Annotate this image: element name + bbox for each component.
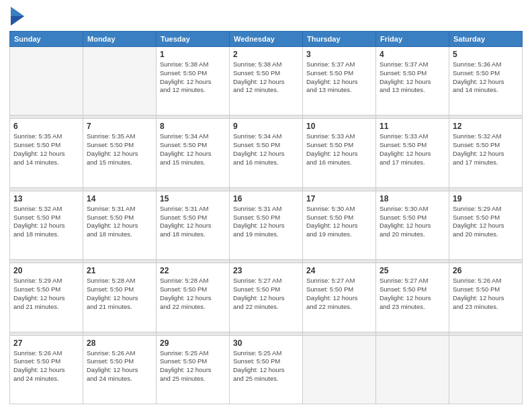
day-info: Sunrise: 5:29 AM Sunset: 5:50 PM Dayligh… (453, 205, 519, 239)
day-number: 20 (13, 266, 79, 275)
day-info: Sunrise: 5:32 AM Sunset: 5:50 PM Dayligh… (13, 205, 79, 239)
calendar-cell: 7Sunrise: 5:35 AM Sunset: 5:50 PM Daylig… (83, 119, 157, 187)
calendar-cell (449, 335, 523, 404)
day-number: 21 (87, 266, 152, 275)
calendar-cell: 18Sunrise: 5:30 AM Sunset: 5:50 PM Dayli… (376, 191, 449, 259)
day-number: 27 (13, 338, 79, 348)
calendar-cell: 22Sunrise: 5:28 AM Sunset: 5:50 PM Dayli… (157, 263, 230, 332)
calendar-cell: 28Sunrise: 5:26 AM Sunset: 5:50 PM Dayli… (83, 335, 157, 404)
calendar-table: SundayMondayTuesdayWednesdayThursdayFrid… (9, 31, 523, 404)
day-number: 7 (87, 122, 152, 131)
calendar-cell: 23Sunrise: 5:27 AM Sunset: 5:50 PM Dayli… (230, 263, 303, 332)
calendar-cell: 13Sunrise: 5:32 AM Sunset: 5:50 PM Dayli… (10, 191, 83, 259)
calendar-cell: 20Sunrise: 5:29 AM Sunset: 5:50 PM Dayli… (10, 263, 83, 332)
weekday-header: Friday (376, 32, 449, 47)
day-info: Sunrise: 5:35 AM Sunset: 5:50 PM Dayligh… (87, 132, 152, 167)
day-number: 22 (160, 266, 226, 275)
day-info: Sunrise: 5:31 AM Sunset: 5:50 PM Dayligh… (87, 205, 152, 239)
day-info: Sunrise: 5:30 AM Sunset: 5:50 PM Dayligh… (306, 205, 372, 239)
calendar-cell: 5Sunrise: 5:36 AM Sunset: 5:50 PM Daylig… (449, 47, 523, 116)
day-info: Sunrise: 5:25 AM Sunset: 5:50 PM Dayligh… (160, 349, 226, 383)
calendar-cell: 27Sunrise: 5:26 AM Sunset: 5:50 PM Dayli… (10, 335, 83, 404)
calendar-cell: 8Sunrise: 5:34 AM Sunset: 5:50 PM Daylig… (157, 119, 230, 187)
day-info: Sunrise: 5:27 AM Sunset: 5:50 PM Dayligh… (380, 277, 445, 311)
weekday-header: Thursday (303, 32, 376, 47)
calendar-cell: 16Sunrise: 5:31 AM Sunset: 5:50 PM Dayli… (230, 191, 303, 259)
day-info: Sunrise: 5:26 AM Sunset: 5:50 PM Dayligh… (453, 277, 519, 311)
day-info: Sunrise: 5:26 AM Sunset: 5:50 PM Dayligh… (13, 349, 79, 383)
calendar-cell (303, 335, 376, 404)
day-number: 13 (13, 194, 79, 203)
day-number: 19 (453, 194, 519, 203)
day-number: 1 (160, 50, 226, 59)
day-info: Sunrise: 5:33 AM Sunset: 5:50 PM Dayligh… (306, 132, 372, 167)
day-number: 11 (380, 122, 445, 131)
calendar-cell: 3Sunrise: 5:37 AM Sunset: 5:50 PM Daylig… (303, 47, 376, 116)
calendar-cell (376, 335, 449, 404)
day-info: Sunrise: 5:32 AM Sunset: 5:50 PM Dayligh… (453, 132, 519, 167)
calendar-cell: 30Sunrise: 5:25 AM Sunset: 5:50 PM Dayli… (230, 335, 303, 404)
day-number: 30 (233, 338, 299, 348)
day-info: Sunrise: 5:28 AM Sunset: 5:50 PM Dayligh… (160, 277, 226, 311)
day-number: 16 (233, 194, 299, 203)
day-info: Sunrise: 5:38 AM Sunset: 5:50 PM Dayligh… (233, 60, 299, 95)
logo-icon (11, 7, 24, 26)
day-number: 24 (306, 266, 372, 275)
calendar-cell: 17Sunrise: 5:30 AM Sunset: 5:50 PM Dayli… (303, 191, 376, 259)
day-info: Sunrise: 5:28 AM Sunset: 5:50 PM Dayligh… (87, 277, 152, 311)
header (9, 7, 523, 26)
day-number: 17 (306, 194, 372, 203)
calendar-cell: 26Sunrise: 5:26 AM Sunset: 5:50 PM Dayli… (449, 263, 523, 332)
calendar-cell: 15Sunrise: 5:31 AM Sunset: 5:50 PM Dayli… (157, 191, 230, 259)
calendar-cell: 29Sunrise: 5:25 AM Sunset: 5:50 PM Dayli… (157, 335, 230, 404)
day-number: 29 (160, 338, 226, 348)
day-info: Sunrise: 5:31 AM Sunset: 5:50 PM Dayligh… (233, 205, 299, 239)
day-number: 23 (233, 266, 299, 275)
calendar-week-row: 1Sunrise: 5:38 AM Sunset: 5:50 PM Daylig… (10, 47, 523, 116)
day-number: 26 (453, 266, 519, 275)
day-number: 14 (87, 194, 152, 203)
calendar-cell (83, 47, 157, 116)
calendar-week-row: 13Sunrise: 5:32 AM Sunset: 5:50 PM Dayli… (10, 191, 523, 259)
day-number: 6 (13, 122, 79, 131)
calendar-cell: 21Sunrise: 5:28 AM Sunset: 5:50 PM Dayli… (83, 263, 157, 332)
weekday-header: Tuesday (157, 32, 230, 47)
day-number: 3 (306, 50, 372, 59)
day-info: Sunrise: 5:34 AM Sunset: 5:50 PM Dayligh… (233, 132, 299, 167)
day-info: Sunrise: 5:36 AM Sunset: 5:50 PM Dayligh… (453, 60, 519, 95)
day-number: 4 (380, 50, 445, 59)
svg-marker-1 (11, 16, 24, 26)
day-number: 2 (233, 50, 299, 59)
day-info: Sunrise: 5:29 AM Sunset: 5:50 PM Dayligh… (13, 277, 79, 311)
day-info: Sunrise: 5:34 AM Sunset: 5:50 PM Dayligh… (160, 132, 226, 167)
day-number: 12 (453, 122, 519, 131)
day-info: Sunrise: 5:35 AM Sunset: 5:50 PM Dayligh… (13, 132, 79, 167)
weekday-header: Saturday (449, 32, 523, 47)
calendar-cell: 25Sunrise: 5:27 AM Sunset: 5:50 PM Dayli… (376, 263, 449, 332)
day-number: 9 (233, 122, 299, 131)
day-info: Sunrise: 5:37 AM Sunset: 5:50 PM Dayligh… (306, 60, 372, 95)
day-info: Sunrise: 5:25 AM Sunset: 5:50 PM Dayligh… (233, 349, 299, 383)
day-info: Sunrise: 5:27 AM Sunset: 5:50 PM Dayligh… (233, 277, 299, 311)
calendar-cell: 14Sunrise: 5:31 AM Sunset: 5:50 PM Dayli… (83, 191, 157, 259)
day-info: Sunrise: 5:30 AM Sunset: 5:50 PM Dayligh… (380, 205, 445, 239)
day-number: 25 (380, 266, 445, 275)
calendar-cell: 1Sunrise: 5:38 AM Sunset: 5:50 PM Daylig… (157, 47, 230, 116)
day-number: 15 (160, 194, 226, 203)
calendar-cell: 24Sunrise: 5:27 AM Sunset: 5:50 PM Dayli… (303, 263, 376, 332)
calendar-cell: 4Sunrise: 5:37 AM Sunset: 5:50 PM Daylig… (376, 47, 449, 116)
page: SundayMondayTuesdayWednesdayThursdayFrid… (0, 0, 532, 411)
calendar-cell: 10Sunrise: 5:33 AM Sunset: 5:50 PM Dayli… (303, 119, 376, 187)
calendar-cell: 12Sunrise: 5:32 AM Sunset: 5:50 PM Dayli… (449, 119, 523, 187)
calendar-week-row: 27Sunrise: 5:26 AM Sunset: 5:50 PM Dayli… (10, 335, 523, 404)
day-info: Sunrise: 5:27 AM Sunset: 5:50 PM Dayligh… (306, 277, 372, 311)
day-number: 8 (160, 122, 226, 131)
calendar-cell: 9Sunrise: 5:34 AM Sunset: 5:50 PM Daylig… (230, 119, 303, 187)
calendar-week-row: 20Sunrise: 5:29 AM Sunset: 5:50 PM Dayli… (10, 263, 523, 332)
day-number: 5 (453, 50, 519, 59)
calendar-cell (10, 47, 83, 116)
weekday-header: Wednesday (230, 32, 303, 47)
weekday-header: Monday (83, 32, 157, 47)
calendar-week-row: 6Sunrise: 5:35 AM Sunset: 5:50 PM Daylig… (10, 119, 523, 187)
calendar-cell: 6Sunrise: 5:35 AM Sunset: 5:50 PM Daylig… (10, 119, 83, 187)
